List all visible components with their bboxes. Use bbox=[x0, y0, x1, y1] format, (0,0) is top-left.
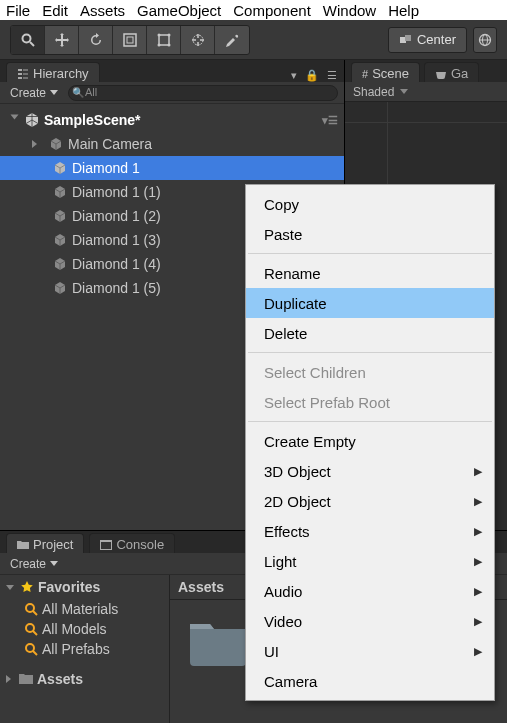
lock-button[interactable]: 🔒 bbox=[302, 69, 322, 82]
svg-point-5 bbox=[157, 33, 160, 36]
rotation-space-button[interactable] bbox=[473, 27, 497, 53]
svg-rect-17 bbox=[18, 77, 22, 79]
context-menu-select-children: Select Children bbox=[246, 357, 494, 387]
hierarchy-item-selected[interactable]: Diamond 1 bbox=[0, 156, 344, 180]
cube-icon bbox=[48, 136, 64, 152]
svg-point-7 bbox=[157, 43, 160, 46]
scene-tab-label: Scene bbox=[372, 66, 409, 81]
svg-point-6 bbox=[167, 33, 170, 36]
add-tab-button[interactable]: ▾ bbox=[288, 69, 300, 82]
game-tab[interactable]: Ga bbox=[424, 62, 479, 82]
item-label: Diamond 1 bbox=[72, 160, 140, 176]
item-label: Diamond 1 (5) bbox=[72, 280, 161, 296]
cube-icon bbox=[52, 256, 68, 272]
context-menu-separator bbox=[248, 421, 492, 422]
context-menu-copy[interactable]: Copy bbox=[246, 189, 494, 219]
shading-mode-dropdown[interactable]: Shaded bbox=[353, 85, 394, 99]
menu-file[interactable]: File bbox=[6, 2, 30, 19]
menu-gameobject[interactable]: GameObject bbox=[137, 2, 221, 19]
tab-menu-button[interactable]: ☰ bbox=[324, 69, 340, 82]
context-menu-effects[interactable]: Effects▶ bbox=[246, 516, 494, 546]
menu-component[interactable]: Component bbox=[233, 2, 311, 19]
favorites-header[interactable]: Favorites bbox=[0, 575, 169, 599]
expand-icon bbox=[6, 675, 11, 683]
scene-row[interactable]: SampleScene* ▾☰ bbox=[0, 108, 344, 132]
center-icon bbox=[399, 33, 413, 47]
star-icon bbox=[20, 580, 34, 594]
project-tab[interactable]: Project bbox=[6, 533, 84, 553]
context-menu-2d-object[interactable]: 2D Object▶ bbox=[246, 486, 494, 516]
context-menu-delete[interactable]: Delete bbox=[246, 318, 494, 348]
favorite-item[interactable]: All Materials bbox=[0, 599, 169, 619]
svg-point-24 bbox=[26, 644, 34, 652]
menu-help[interactable]: Help bbox=[388, 2, 419, 19]
rect-tool-button[interactable] bbox=[147, 26, 181, 54]
context-menu-rename[interactable]: Rename bbox=[246, 258, 494, 288]
svg-rect-11 bbox=[405, 35, 411, 41]
hierarchy-item[interactable]: Main Camera bbox=[0, 132, 344, 156]
cube-icon bbox=[52, 184, 68, 200]
pivot-center-button[interactable]: Center bbox=[388, 27, 467, 53]
svg-point-0 bbox=[22, 34, 30, 42]
svg-line-23 bbox=[33, 631, 37, 635]
item-label: Diamond 1 (1) bbox=[72, 184, 161, 200]
svg-line-21 bbox=[33, 611, 37, 615]
menu-assets[interactable]: Assets bbox=[80, 2, 125, 19]
context-menu-camera[interactable]: Camera bbox=[246, 666, 494, 696]
context-menu-duplicate[interactable]: Duplicate bbox=[246, 288, 494, 318]
context-menu-separator bbox=[248, 352, 492, 353]
svg-point-8 bbox=[167, 43, 170, 46]
favorites-label: Favorites bbox=[38, 579, 100, 595]
context-menu: Copy Paste Rename Duplicate Delete Selec… bbox=[245, 184, 495, 701]
transform-icon bbox=[190, 32, 206, 48]
menu-window[interactable]: Window bbox=[323, 2, 376, 19]
favorite-item[interactable]: All Models bbox=[0, 619, 169, 639]
hierarchy-create-button[interactable]: Create bbox=[6, 85, 62, 101]
cube-icon bbox=[52, 160, 68, 176]
search-icon: 🔍 bbox=[72, 87, 84, 98]
scale-icon bbox=[122, 32, 138, 48]
context-menu-audio[interactable]: Audio▶ bbox=[246, 576, 494, 606]
transform-tool-button[interactable] bbox=[181, 26, 215, 54]
custom-tool-button[interactable] bbox=[215, 26, 249, 54]
context-menu-create-empty[interactable]: Create Empty bbox=[246, 426, 494, 456]
scene-toolbar: Shaded bbox=[345, 82, 507, 102]
expand-icon[interactable] bbox=[32, 139, 44, 150]
project-tab-label: Project bbox=[33, 537, 73, 552]
hierarchy-toolbar: Create 🔍 All bbox=[0, 82, 344, 104]
folder-thumbnail[interactable] bbox=[186, 616, 250, 668]
menu-edit[interactable]: Edit bbox=[42, 2, 68, 19]
favorite-item[interactable]: All Prefabs bbox=[0, 639, 169, 659]
cube-icon bbox=[52, 280, 68, 296]
move-tool-button[interactable] bbox=[45, 26, 79, 54]
context-menu-video[interactable]: Video▶ bbox=[246, 606, 494, 636]
hierarchy-tab[interactable]: Hierarchy bbox=[6, 62, 100, 82]
submenu-arrow-icon: ▶ bbox=[474, 645, 482, 658]
context-menu-paste[interactable]: Paste bbox=[246, 219, 494, 249]
submenu-arrow-icon: ▶ bbox=[474, 585, 482, 598]
svg-point-20 bbox=[26, 604, 34, 612]
hierarchy-tab-options: ▾ 🔒 ☰ bbox=[288, 69, 344, 82]
folder-icon bbox=[19, 673, 33, 685]
scene-options-button[interactable]: ▾☰ bbox=[322, 114, 344, 127]
rect-icon bbox=[156, 32, 172, 48]
assets-tree-header[interactable]: Assets bbox=[0, 667, 169, 691]
fav-label: All Materials bbox=[42, 601, 118, 617]
menubar: File Edit Assets GameObject Component Wi… bbox=[0, 0, 507, 20]
search-placeholder: All bbox=[85, 86, 97, 98]
search-icon bbox=[24, 622, 38, 636]
console-tab[interactable]: Console bbox=[89, 533, 175, 553]
svg-rect-15 bbox=[18, 69, 22, 71]
scene-tab[interactable]: # Scene bbox=[351, 62, 420, 82]
hierarchy-search-input[interactable]: 🔍 All bbox=[68, 85, 338, 101]
context-menu-ui[interactable]: UI▶ bbox=[246, 636, 494, 666]
context-menu-light[interactable]: Light▶ bbox=[246, 546, 494, 576]
rotate-tool-button[interactable] bbox=[79, 26, 113, 54]
scene-tabbar: # Scene Ga bbox=[345, 60, 507, 82]
project-create-button[interactable]: Create bbox=[6, 556, 62, 572]
expand-icon[interactable] bbox=[9, 114, 20, 126]
scale-tool-button[interactable] bbox=[113, 26, 147, 54]
hand-tool-button[interactable] bbox=[11, 26, 45, 54]
svg-rect-19 bbox=[101, 542, 111, 549]
context-menu-3d-object[interactable]: 3D Object▶ bbox=[246, 456, 494, 486]
